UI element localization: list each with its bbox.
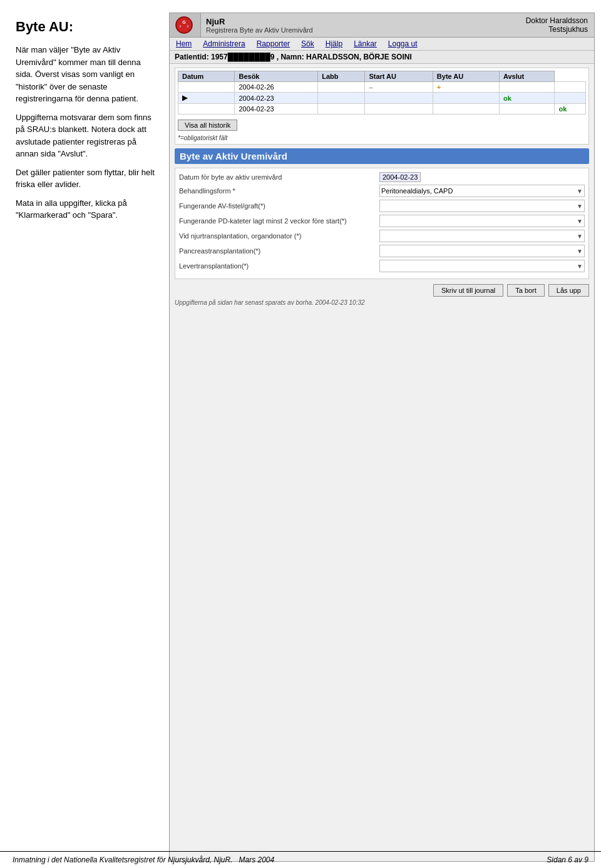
form-select-behandling[interactable]: Peritonealdialys, CAPD ▼ (379, 185, 585, 197)
doctor-name: Doktor Haraldsson (526, 16, 588, 25)
app-titlebar: G # # NjuR Registrera Byte av Aktiv Urem… (170, 13, 594, 38)
row2-avslut (555, 93, 586, 104)
chevron-down-icon: ▼ (577, 203, 583, 210)
left-para-3: Det gäller patienter som flyttar, blir h… (16, 166, 160, 191)
form-select-organdonator[interactable]: ▼ (379, 230, 585, 242)
page-wrapper: Byte AU: När man väljer "Byte av Aktiv U… (0, 0, 601, 868)
menu-item-administrera[interactable]: Administrera (200, 39, 247, 49)
menu-item-rapporter[interactable]: Rapporter (254, 39, 292, 49)
app-name: NjuR (206, 17, 313, 26)
chevron-down-icon: ▼ (577, 263, 583, 270)
form-select-pdkateter[interactable]: ▼ (379, 215, 585, 227)
row3-arrow (178, 104, 235, 115)
form-label-pdkateter: Fungerande PD-kateter lagt minst 2 vecko… (179, 217, 379, 225)
footer-date: Mars 2004 (239, 855, 275, 864)
form-button-row: Skriv ut till journal Ta bort Lås upp (175, 284, 589, 297)
svg-text:#: # (187, 24, 189, 28)
form-select-lever[interactable]: ▼ (379, 260, 585, 272)
chevron-down-icon: ▼ (577, 233, 583, 240)
row2-start-au (433, 93, 499, 104)
col-labb: Labb (318, 71, 365, 82)
menu-item-lankar[interactable]: Länkar (351, 39, 379, 49)
menu-item-logga-ut[interactable]: Logga ut (386, 39, 420, 49)
form-label-pancreas: Pancreastransplantation(*) (179, 247, 379, 255)
row1-besok (318, 82, 365, 93)
col-besok: Besök (235, 71, 318, 82)
hospital-name: Testsjukhus (548, 25, 588, 34)
footer-right-text: Sidan 6 av 9 (547, 855, 588, 864)
form-label-avfistel: Fungerande AV-fistel/graft(*) (179, 202, 379, 210)
menu-item-hjalp[interactable]: Hjälp (323, 39, 345, 49)
app-logo-icon: G # # (175, 16, 193, 34)
left-panel: Byte AU: När man väljer "Byte av Aktiv U… (6, 13, 169, 862)
row3-datum: 2004-02-23 (235, 104, 318, 115)
row1-avslut (555, 82, 586, 93)
footer-left-text: Inmatning i det Nationella Kvalitetsregi… (13, 855, 274, 864)
col-datum: Datum (178, 71, 235, 82)
form-row-organdonator: Vid njurtransplantation, organdonator (*… (179, 230, 585, 242)
app-subtitle: Registrera Byte av Aktiv Uremivård (206, 26, 313, 34)
row3-avslut: ok (555, 104, 586, 115)
row1-arrow (178, 82, 235, 93)
chevron-down-icon: ▼ (577, 218, 583, 225)
form-value-date[interactable]: 2004-02-23 (379, 172, 421, 182)
col-byte-au: Byte AU (433, 71, 499, 82)
row2-besok (318, 93, 365, 104)
app-screenshot-panel: G # # NjuR Registrera Byte av Aktiv Urem… (169, 13, 595, 862)
unlock-button[interactable]: Lås upp (548, 284, 589, 297)
col-avslut: Avslut (499, 71, 555, 82)
chevron-down-icon: ▼ (577, 248, 583, 255)
row1-datum: 2004-02-26 (235, 82, 318, 93)
row2-labb (365, 93, 433, 104)
left-para-4: Mata in alla uppgifter, klicka på "Klarm… (16, 197, 160, 222)
form-row-lever: Levertransplantation(*) ▼ (179, 260, 585, 272)
select-behandling-value: Peritonealdialys, CAPD (381, 187, 453, 195)
row3-byte-au (499, 104, 555, 115)
row1-start-au: + (433, 82, 499, 93)
show-history-button[interactable]: Visa all historik (178, 120, 237, 131)
patient-info-text: Patientid: 1957████████9 , Namn: HARALDS… (175, 53, 412, 61)
form-section-title: Byte av Aktiv Uremivård (175, 148, 589, 164)
left-para-1: När man väljer "Byte av Aktiv Uremivård"… (16, 44, 160, 105)
form-body: Datum för byte av aktiv uremivård 2004-0… (175, 168, 589, 279)
form-row-date: Datum för byte av aktiv uremivård 2004-0… (179, 172, 585, 182)
left-para-2: Uppgifterna motsvarar dem som finns på S… (16, 111, 160, 160)
row3-start-au (433, 104, 499, 115)
save-info-text: Uppgifterna på sidan har senast sparats … (175, 299, 589, 306)
history-area: Datum Besök Labb Start AU Byte AU Avslut… (175, 68, 589, 145)
table-row[interactable]: 2004-02-23 ok (178, 104, 586, 115)
form-row-pdkateter: Fungerande PD-kateter lagt minst 2 vecko… (179, 215, 585, 227)
main-content: Byte AU: När man väljer "Byte av Aktiv U… (0, 0, 601, 868)
mandatory-note: *=obligatoriskt fält (178, 135, 586, 141)
row1-labb: – (365, 82, 433, 93)
table-row[interactable]: ▶ 2004-02-23 ok (178, 93, 586, 104)
delete-button[interactable]: Ta bort (507, 284, 545, 297)
form-label-lever: Levertransplantation(*) (179, 262, 379, 270)
row2-byte-au: ok (499, 93, 555, 104)
row3-labb (365, 104, 433, 115)
row1-byte-au (499, 82, 555, 93)
menu-item-sok[interactable]: Sök (299, 39, 317, 49)
svg-text:#: # (180, 24, 182, 28)
form-row-avfistel: Fungerande AV-fistel/graft(*) ▼ (179, 200, 585, 212)
table-row[interactable]: 2004-02-26 – + (178, 82, 586, 93)
app-title-text: NjuR Registrera Byte av Aktiv Uremivård (201, 13, 318, 37)
patient-bar: Patientid: 1957████████9 , Namn: HARALDS… (170, 51, 594, 64)
print-journal-button[interactable]: Skriv ut till journal (433, 284, 503, 297)
history-table: Datum Besök Labb Start AU Byte AU Avslut… (178, 71, 586, 115)
chevron-down-icon: ▼ (577, 188, 583, 195)
app-right-info: Doktor Haraldsson Testsjukhus (520, 13, 594, 37)
page-title: Byte AU: (16, 19, 160, 35)
col-start-au: Start AU (365, 71, 433, 82)
form-select-pancreas[interactable]: ▼ (379, 245, 585, 257)
row2-datum: 2004-02-23 (235, 93, 318, 104)
form-row-pancreas: Pancreastransplantation(*) ▼ (179, 245, 585, 257)
form-label-date: Datum för byte av aktiv uremivård (179, 173, 379, 181)
form-label-organdonator: Vid njurtransplantation, organdonator (*… (179, 232, 379, 240)
menu-bar: Hem Administrera Rapporter Sök Hjälp Län… (170, 38, 594, 51)
form-row-behandling: Behandlingsform * Peritonealdialys, CAPD… (179, 185, 585, 197)
row2-arrow: ▶ (178, 93, 235, 104)
menu-item-hem[interactable]: Hem (173, 39, 194, 49)
form-select-avfistel[interactable]: ▼ (379, 200, 585, 212)
form-label-behandling: Behandlingsform * (179, 187, 379, 195)
